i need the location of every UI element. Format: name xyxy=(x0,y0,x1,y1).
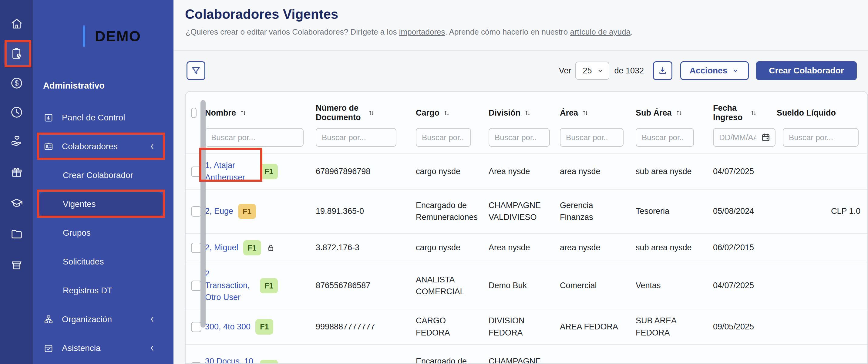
cell-subarea: Tesoreria xyxy=(636,200,713,223)
page-size-select[interactable]: 25 xyxy=(575,62,609,80)
header-row: Nombre Número de Documento Cargo Divisió… xyxy=(186,99,867,127)
sidebar-item-organizacion[interactable]: Organización xyxy=(33,305,174,334)
column-label: División xyxy=(489,108,521,118)
sidebar-item-label: Crear Colaborador xyxy=(63,171,133,180)
row-checkbox[interactable] xyxy=(191,362,202,364)
clock-icon[interactable] xyxy=(10,105,24,119)
sidebar-item-panel-de-control[interactable]: Panel de Control xyxy=(33,103,174,132)
column-label: Número de Documento xyxy=(316,103,364,122)
sidebar-item-registros-dt[interactable]: Registros DT xyxy=(33,276,174,305)
column-header-nombre[interactable]: Nombre xyxy=(205,99,316,127)
cell-fecha: 04/07/2025 xyxy=(713,274,777,297)
sidebar-item-colaboradores[interactable]: Colaboradores xyxy=(33,132,174,161)
table-row[interactable]: 2, EugeF1 19.891.365-0 Encargado de Remu… xyxy=(186,189,867,233)
table-row[interactable]: 30 Docus, 10 AutomF1 987987987 Encargado… xyxy=(186,344,867,364)
collaborator-name-link[interactable]: 2, Miguel xyxy=(205,242,238,253)
collaborator-name-link[interactable]: 1, Atajar Antheruser xyxy=(205,159,255,183)
sidebar-item-solicitudes[interactable]: Solicitudes xyxy=(33,247,174,276)
filter-input-cargo[interactable] xyxy=(416,128,471,147)
calendar-icon[interactable] xyxy=(760,132,771,143)
cell-documento: 3.872.176-3 xyxy=(316,236,416,259)
chevron-left-icon xyxy=(148,344,156,353)
row-checkbox[interactable] xyxy=(191,280,202,291)
cell-sueldo xyxy=(777,280,868,291)
column-header-sueldo[interactable]: Sueldo Líquido xyxy=(777,99,868,127)
column-header-division[interactable]: División xyxy=(489,99,560,127)
row-checkbox[interactable] xyxy=(191,206,202,217)
folder-icon[interactable] xyxy=(10,227,24,241)
acciones-button[interactable]: Acciones xyxy=(680,61,749,80)
app-logo: DEMO xyxy=(83,26,141,47)
select-all-checkbox[interactable] xyxy=(191,108,196,118)
chevron-left-icon xyxy=(148,315,156,324)
sort-icon[interactable] xyxy=(368,109,375,117)
filter-input-documento[interactable] xyxy=(316,128,396,147)
row-checkbox[interactable] xyxy=(191,322,202,332)
cell-fecha: 05/08/2024 xyxy=(713,200,777,223)
sort-icon[interactable] xyxy=(240,109,247,117)
store-icon[interactable] xyxy=(10,258,24,272)
sidebar-menu: Panel de Control Colaboradores Crear Col… xyxy=(33,103,174,363)
filter-input-subarea[interactable] xyxy=(636,128,694,147)
filter-input-sueldo[interactable] xyxy=(783,128,859,147)
importadores-link[interactable]: importadores xyxy=(399,27,445,36)
sidebar-item-grupos[interactable]: Grupos xyxy=(33,218,174,247)
column-label: Sueldo Líquido xyxy=(777,108,836,118)
status-badge: F1 xyxy=(260,164,278,179)
sidebar-item-vigentes[interactable]: Vigentes xyxy=(33,189,174,218)
sidebar-item-label: Organización xyxy=(62,314,112,324)
sidebar-scrollbar[interactable] xyxy=(200,100,206,328)
collaborator-name-link[interactable]: 2, Euge xyxy=(205,205,233,217)
cell-subarea: sub area nysde xyxy=(636,236,713,259)
tasks-clock-icon[interactable] xyxy=(10,47,24,61)
filter-input-division[interactable] xyxy=(489,128,550,147)
toolbar: Ver 25 de 1032 Acciones Crear Colaborado… xyxy=(559,61,857,80)
filter-input-nombre[interactable] xyxy=(205,128,304,147)
sort-icon[interactable] xyxy=(750,109,757,117)
gift-icon[interactable] xyxy=(10,165,24,179)
subtitle-text: . Aprende cómo hacerlo en nuestro xyxy=(445,27,570,36)
filter-button[interactable] xyxy=(187,61,205,80)
row-checkbox[interactable] xyxy=(191,243,202,253)
sidebar-item-label: Registros DT xyxy=(63,286,112,296)
collaborator-name-link[interactable]: 2 Transaction, Otro User xyxy=(205,268,255,303)
articulo-ayuda-link[interactable]: artículo de ayuda xyxy=(570,27,630,36)
cell-cargo: cargo nysde xyxy=(416,160,489,183)
column-header-cargo[interactable]: Cargo xyxy=(416,99,489,127)
status-badge: F1 xyxy=(243,240,261,255)
hand-heart-icon[interactable] xyxy=(10,134,24,148)
cell-sueldo xyxy=(777,362,868,364)
collaborator-name-link[interactable]: 300, 4to 300 xyxy=(205,321,250,333)
collaborator-name-link[interactable]: 30 Docus, 10 Autom xyxy=(205,356,255,364)
sidebar-item-asistencia[interactable]: Asistencia xyxy=(33,334,174,363)
crear-colaborador-button[interactable]: Crear Colaborador xyxy=(756,61,857,80)
column-header-area[interactable]: Área xyxy=(560,99,636,127)
id-card-icon xyxy=(43,141,54,152)
calendar-check-icon xyxy=(43,343,54,354)
sidebar-item-crear-colaborador[interactable]: Crear Colaborador xyxy=(33,161,174,189)
column-header-subarea[interactable]: Sub Área xyxy=(636,99,713,127)
status-badge: F1 xyxy=(260,278,278,293)
download-button[interactable] xyxy=(653,61,672,80)
status-badge: F1 xyxy=(260,360,278,364)
table-row[interactable]: 2, MiguelF1 3.872.176-3 cargo nysde Area… xyxy=(186,233,867,262)
table-row[interactable]: 2 Transaction, Otro UserF1 876556786587 … xyxy=(186,262,867,309)
acciones-label: Acciones xyxy=(690,66,727,75)
filter-input-area[interactable] xyxy=(560,128,624,147)
table-row[interactable]: 300, 4to 300F1 9998887777777 CARGO FEDOR… xyxy=(186,309,867,344)
table-row[interactable]: 1, Atajar AntheruserF1 678967896798 carg… xyxy=(186,154,867,189)
home-icon[interactable] xyxy=(10,17,24,31)
sort-icon[interactable] xyxy=(675,109,683,117)
row-checkbox[interactable] xyxy=(191,166,202,177)
sort-icon[interactable] xyxy=(582,109,589,117)
column-header-documento[interactable]: Número de Documento xyxy=(316,99,416,127)
sort-icon[interactable] xyxy=(524,109,531,117)
graduation-icon[interactable] xyxy=(10,196,24,210)
cell-documento: 19.891.365-0 xyxy=(316,200,416,223)
svg-text:$: $ xyxy=(15,79,19,87)
column-header-fecha[interactable]: Fecha Ingreso xyxy=(713,99,777,127)
sort-icon[interactable] xyxy=(443,109,451,117)
page-size-value: 25 xyxy=(583,66,592,75)
logo-accent-bar xyxy=(83,26,85,47)
money-icon[interactable]: $ xyxy=(10,76,24,90)
